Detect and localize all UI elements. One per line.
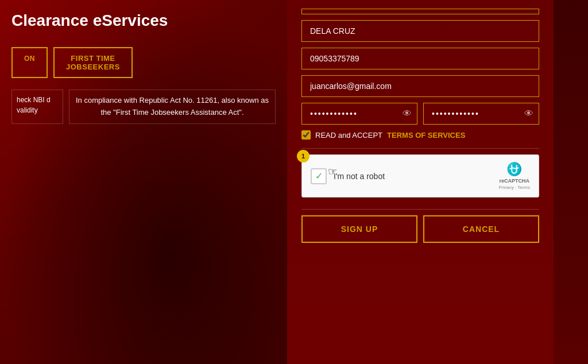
recaptcha-checkbox[interactable]: ✓ <box>311 168 327 184</box>
phone-input[interactable] <box>301 48 539 69</box>
show-confirm-password-icon[interactable]: 👁 <box>524 109 533 119</box>
tab-first-time-jobseekers[interactable]: FIRST TIME JOBSEEKERS <box>53 47 133 78</box>
recaptcha-links-text: Privacy · Terms <box>498 185 530 190</box>
step-1-bubble: 1 <box>297 150 310 162</box>
divider-2 <box>301 209 539 210</box>
recaptcha-branding: ⛎ reCAPTCHA Privacy · Terms <box>498 162 530 190</box>
cancel-button[interactable]: CANCEL <box>423 215 539 243</box>
recaptcha-logo-icon: ⛎ <box>506 162 522 177</box>
recaptcha-brand-text: reCAPTCHA <box>499 178 529 184</box>
page-title: Clearance eServices <box>11 11 276 30</box>
recaptcha-left: ✓ I'm not a robot <box>311 168 385 184</box>
tos-row: READ and ACCEPT TERMS OF SERVICES <box>301 130 539 140</box>
tos-link[interactable]: TERMS OF SERVICES <box>387 131 465 140</box>
divider-1 <box>301 148 539 149</box>
password-input[interactable] <box>301 103 417 125</box>
tab-first-time-label: FIRST TIME JOBSEEKERS <box>66 54 120 71</box>
recaptcha-label: I'm not a robot <box>334 172 385 181</box>
cursor-hand-recaptcha-icon: ☞ <box>328 165 337 178</box>
recaptcha-widget[interactable]: ✓ I'm not a robot ⛎ reCAPTCHA Privacy · … <box>301 154 539 198</box>
tos-checkbox[interactable] <box>301 130 311 140</box>
tab-renewal-description: heck NBI d validity <box>11 90 63 124</box>
tab-first-time-description: In compliance with Republic Act No. 1126… <box>69 90 276 124</box>
tab-renewal-label: ON <box>24 55 35 63</box>
confirm-password-input[interactable] <box>423 103 539 125</box>
confirm-password-field-wrapper: 👁 <box>423 103 539 125</box>
last-name-input[interactable] <box>301 20 539 42</box>
password-field-wrapper: 👁 <box>301 103 417 125</box>
action-buttons: SIGN UP CANCEL <box>301 215 539 243</box>
tos-label: READ and ACCEPT <box>315 131 382 140</box>
signup-button[interactable]: SIGN UP <box>301 215 417 243</box>
tab-renewal[interactable]: ON <box>11 47 48 78</box>
email-input[interactable] <box>301 75 539 97</box>
recaptcha-checkmark-icon: ✓ <box>315 171 323 181</box>
registration-form: 👁 👁 READ and ACCEPT TERMS OF SERVICES 1 … <box>287 0 554 364</box>
show-password-icon[interactable]: 👁 <box>403 109 412 119</box>
